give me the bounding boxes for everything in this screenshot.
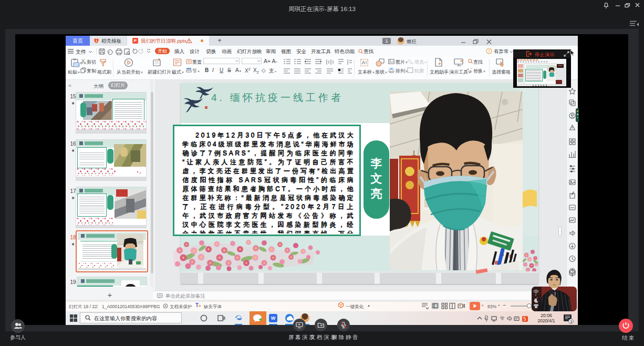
svg-text:B: B <box>470 70 472 73</box>
svg-text:A: A <box>362 60 365 65</box>
svg-text:A: A <box>467 68 469 71</box>
